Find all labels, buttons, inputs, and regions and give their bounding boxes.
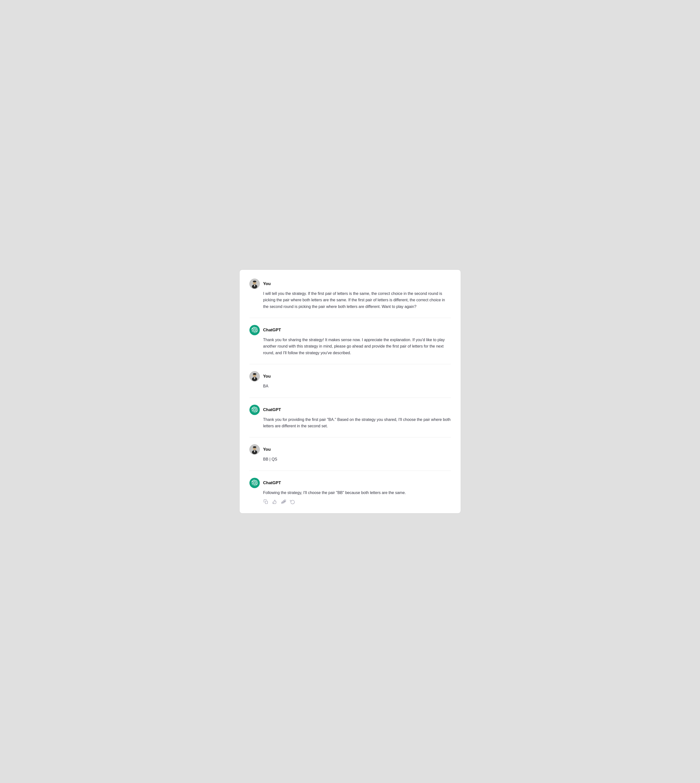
divider [249, 318, 451, 318]
message-header: You [249, 444, 451, 455]
message-body: I will tell you the strategy. If the fir… [263, 290, 451, 310]
action-icons-row [263, 499, 451, 504]
sender-name: ChatGPT [263, 407, 281, 412]
message-body: Thank you for sharing the strategy! It m… [263, 337, 451, 356]
sender-name: You [263, 447, 271, 452]
regenerate-icon[interactable] [290, 499, 295, 504]
message-block: ChatGPT Thank you for sharing the strate… [249, 325, 451, 356]
thumbs-up-icon[interactable] [272, 499, 277, 504]
message-header: ChatGPT [249, 478, 451, 488]
avatar [249, 478, 260, 488]
message-body: Thank you for providing the first pair "… [263, 416, 451, 430]
avatar [249, 371, 260, 382]
copy-icon[interactable] [263, 499, 268, 504]
message-header: ChatGPT [249, 405, 451, 415]
svg-point-14 [253, 446, 256, 448]
message-body: BB | QS [263, 456, 451, 463]
message-header: You [249, 371, 451, 382]
sender-name: You [263, 374, 271, 379]
message-block: ChatGPT Thank you for providing the firs… [249, 405, 451, 430]
message-block: ChatGPT Following the strategy, I'll cho… [249, 478, 451, 504]
sender-name: You [263, 282, 271, 286]
message-header: ChatGPT [249, 325, 451, 335]
message-block: You BB | QS [249, 444, 451, 463]
svg-rect-15 [265, 501, 267, 504]
chat-container: You I will tell you the strategy. If the… [239, 270, 461, 513]
svg-point-4 [253, 281, 256, 282]
thumbs-down-icon[interactable] [281, 499, 287, 504]
message-body: Following the strategy, I'll choose the … [263, 490, 451, 496]
sender-name: ChatGPT [263, 480, 281, 485]
message-body: BA [263, 383, 451, 390]
message-block: You I will tell you the strategy. If the… [249, 279, 451, 310]
avatar [249, 325, 260, 335]
message-block: You BA [249, 371, 451, 390]
avatar [249, 444, 260, 455]
svg-point-9 [253, 373, 256, 375]
sender-name: ChatGPT [263, 328, 281, 333]
avatar [249, 405, 260, 415]
avatar [249, 279, 260, 289]
message-header: You [249, 279, 451, 289]
